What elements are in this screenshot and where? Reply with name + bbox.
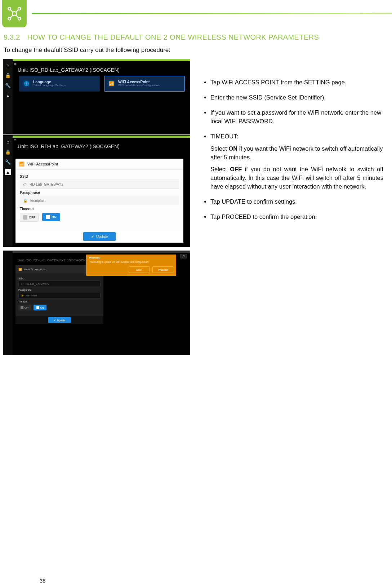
alert-icon[interactable]: ▲ [5,169,11,175]
abort-button[interactable]: Abort [129,266,150,273]
brand-logo [2,0,27,27]
wrench-icon[interactable]: 🔧 [5,82,11,89]
app-sidebar [3,251,13,355]
tag-icon: 🏷 [21,283,23,285]
instruction-item: TIMEOUT: Select ON if you want the WiFi … [210,132,383,191]
timeout-off-toggle[interactable]: OFF [20,213,39,222]
card-subtitle: WiFi Local Access Configuration [118,84,160,87]
timeout-on-toggle[interactable]: ON [42,213,60,221]
check-icon: ✔ [54,319,56,322]
section-number: 9.3.2 [4,33,20,41]
warning-dialog: Warning Proceeding to update the WiFi Ac… [86,255,176,276]
ssid-label: SSID [18,277,101,280]
card-language[interactable]: 🌐 Language Tablet Language Settings [19,76,100,92]
ssid-value: RD-Lab_GATEWAY2 [30,182,63,186]
wrench-icon[interactable]: 🔧 [5,159,11,165]
screenshot-wifi-form: ⌂ 🔒 🔧 ▲ ≡ Unit: ISO_RD-Lab_GATEWAY2 (ISO… [3,135,190,247]
alert-icon[interactable]: ▲ [5,92,11,99]
passphrase-input[interactable]: 🔒tecniplast [20,196,179,205]
update-button[interactable]: ✔Update [48,317,71,323]
instruction-item: Enter the new SSID (Service Set IDentifi… [210,93,383,102]
screenshot-settings: ⌂ 🔒 🔧 ▲ ≡ Unit: ISO_RD-Lab_GATEWAY2 (ISO… [3,59,190,134]
instruction-item: If you want to set a password for the Wi… [210,109,383,126]
svg-line-8 [15,15,18,18]
instructions: Tap WiFi ACCESS POINT from the SETTING p… [190,59,392,228]
ssid-label: SSID [20,174,179,178]
clock-chip: ⏱ [180,254,187,258]
intro-text: To change the deafult SSID carry out the… [0,41,392,59]
header-rule [32,13,392,14]
unit-title: Unit: ISO_RD-Lab_GATEWAY2 (ISOCAGEN) [18,258,87,262]
proceed-button[interactable]: Proceed [152,266,173,273]
passphrase-label: Passphrase [18,289,101,291]
section-title: HOW TO CHANGE THE DEFAULT ONE 2 ONE WIRE… [27,33,319,41]
panel-title: WiFi AccessPoint [24,268,46,271]
panel-title: WiFi AccessPoint [27,162,58,166]
passphrase-label: Passphrase [20,191,179,195]
svg-line-5 [10,10,13,13]
instruction-item: Tap PROCEED to confirm the operation. [210,213,383,221]
wifi-panel: 📶 WiFi AccessPoint SSID 🏷RD-Lab_GATEWAY2… [15,159,183,243]
timeout-on-toggle[interactable]: ON [34,305,46,310]
lock-icon[interactable]: 🔒 [5,72,11,79]
ssid-input[interactable]: 🏷RD-Lab_GATEWAY2 [20,180,179,189]
page-number: 38 [40,578,46,584]
update-button[interactable]: ✔Update [83,232,116,241]
timeout-label: Timeout [18,300,101,303]
dialog-title: Warning [86,255,176,261]
wifi-icon: 📶 [18,268,22,271]
lock-icon: 🔒 [21,294,24,297]
unit-title: Unit: ISO_RD-Lab_GATEWAY2 (ISOCAGEN) [18,143,120,149]
passphrase-input[interactable]: 🔒tecniplast [18,292,101,299]
lock-icon[interactable]: 🔒 [5,149,11,155]
card-wifi-accesspoint[interactable]: 📶 WiFi AccessPoint WiFi Local Access Con… [104,76,185,92]
instruction-item: Tap WiFi ACCESS POINT from the SETTING p… [210,78,383,87]
screenshot-confirm-dialog: Unit: ISO_RD-Lab_GATEWAY2 (ISOCAGEN) ⏱ 📶… [3,251,190,355]
app-sidebar: ⌂ 🔒 🔧 ▲ [3,59,13,134]
menu-icon[interactable]: ≡ [14,61,16,66]
lock-icon: 🔒 [23,199,27,203]
instruction-item: Tap UPDATE to confirm settings. [210,198,383,206]
app-sidebar: ⌂ 🔒 🔧 ▲ [3,136,13,247]
menu-icon[interactable]: ≡ [14,138,16,142]
home-icon[interactable]: ⌂ [5,62,11,68]
ssid-input[interactable]: 🏷RD-Lab_GATEWAY2 [18,280,101,287]
globe-icon: 🌐 [22,80,30,88]
timeout-label: Timeout [20,207,179,211]
tag-icon: 🏷 [23,182,27,186]
svg-line-6 [15,10,18,13]
wifi-icon: 📶 [107,80,115,88]
card-subtitle: Tablet Language Settings [33,84,66,87]
timeout-off-toggle[interactable]: OFF [18,305,31,310]
home-icon[interactable]: ⌂ [5,138,11,145]
dialog-message: Proceeding to update the WiFi AccessPoin… [86,261,176,266]
wifi-icon: 📶 [19,162,24,167]
passphrase-value: tecniplast [30,199,45,203]
check-icon: ✔ [91,235,94,239]
unit-title: Unit: ISO_RD-Lab_GATEWAY2 (ISOCAGEN) [18,67,120,73]
svg-line-7 [10,15,13,18]
